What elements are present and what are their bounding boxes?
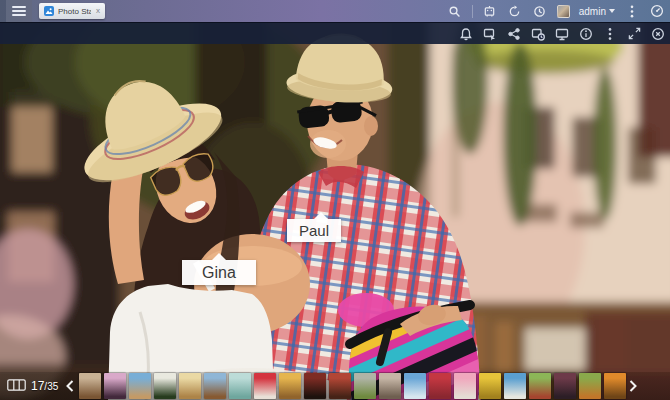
thumbnail[interactable] [304, 373, 326, 399]
main-menu-button[interactable] [6, 0, 32, 22]
bell-icon[interactable] [458, 23, 474, 45]
photo-timer-icon[interactable] [530, 23, 546, 45]
thumbnail[interactable] [79, 373, 101, 399]
photo-station-tab[interactable]: Photo Station... x [39, 3, 105, 19]
user-avatar[interactable] [557, 5, 570, 18]
photo-station-window: Paul Gina Photo Station... x [0, 0, 670, 400]
background-tasks-icon[interactable] [507, 0, 523, 22]
filmstrip-icon [7, 377, 26, 395]
display-icon[interactable] [554, 23, 570, 45]
more-icon[interactable] [602, 23, 618, 45]
thumbnail[interactable] [104, 373, 126, 399]
thumbnail[interactable] [554, 373, 576, 399]
thumbnail[interactable] [529, 373, 551, 399]
thumbnail[interactable] [204, 373, 226, 399]
thumbnail[interactable] [229, 373, 251, 399]
thumbnail[interactable] [429, 373, 451, 399]
top-bar-divider [472, 5, 473, 18]
counter-current: 17 [31, 379, 44, 393]
chevron-down-icon [609, 9, 615, 13]
thumbnail[interactable] [454, 373, 476, 399]
info-icon[interactable] [578, 23, 594, 45]
counter-total: 35 [47, 381, 58, 392]
thumbnail[interactable] [179, 373, 201, 399]
user-name: admin [579, 6, 606, 17]
user-menu[interactable]: admin [579, 6, 615, 17]
chevron-left-icon[interactable] [63, 373, 77, 399]
fullscreen-icon[interactable] [626, 23, 642, 45]
chevron-right-icon[interactable] [626, 373, 640, 399]
close-icon[interactable] [650, 23, 666, 45]
slideshow-icon[interactable] [482, 23, 498, 45]
dashboard-icon[interactable] [649, 0, 665, 22]
filmstrip-bar: 17/35 [0, 372, 670, 400]
filmstrip-thumbnails [79, 373, 626, 399]
thumbnail[interactable] [354, 373, 376, 399]
device-icon[interactable] [482, 0, 498, 22]
qts-top-bar: Photo Station... x admin [0, 0, 670, 22]
thumbnail[interactable] [129, 373, 151, 399]
tab-label: Photo Station... [58, 7, 91, 16]
photo-viewer-toolbar [0, 22, 670, 44]
tab-close-icon[interactable]: x [96, 7, 100, 15]
thumbnail[interactable] [604, 373, 626, 399]
thumbnail[interactable] [579, 373, 601, 399]
face-tag-paul[interactable]: Paul [287, 219, 341, 242]
face-tag-gina[interactable]: Gina [182, 260, 256, 285]
photo-counter: 17/35 [31, 379, 58, 393]
thumbnail[interactable] [154, 373, 176, 399]
thumbnail[interactable] [329, 373, 351, 399]
share-icon[interactable] [506, 23, 522, 45]
thumbnail[interactable] [479, 373, 501, 399]
recent-tasks-icon[interactable] [532, 0, 548, 22]
thumbnail[interactable] [404, 373, 426, 399]
photo-station-app-icon [44, 6, 54, 16]
thumbnail[interactable] [504, 373, 526, 399]
photo-stage [0, 22, 670, 400]
search-icon[interactable] [447, 0, 463, 22]
thumbnail[interactable] [279, 373, 301, 399]
thumbnail[interactable] [379, 373, 401, 399]
more-options-icon[interactable] [624, 0, 640, 22]
main-photo [0, 22, 670, 400]
hamburger-icon [12, 2, 26, 20]
thumbnail[interactable] [254, 373, 276, 399]
